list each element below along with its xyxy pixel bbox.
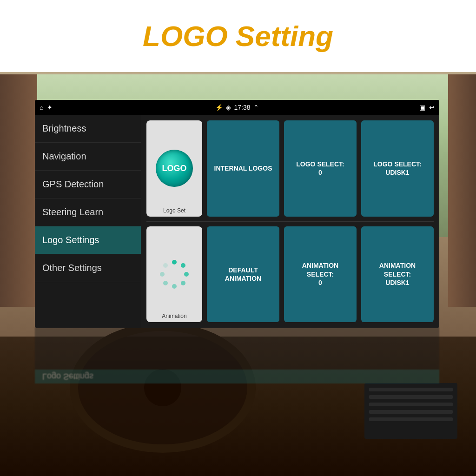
animation-row: Animation DEFAULTANIMATION ANIMATIONSELE… <box>146 226 434 323</box>
page-title: LOGO Setting <box>143 20 333 53</box>
svg-point-7 <box>163 263 168 268</box>
sidebar: Brightness Navigation GPS Detection Stee… <box>35 115 141 328</box>
svg-point-1 <box>181 263 185 268</box>
main-content: Brightness Navigation GPS Detection Stee… <box>35 115 439 328</box>
logo-circle: LOGO <box>156 150 193 187</box>
screen-container: ⌂ ✦ ⚡ ◈ 17:38 ⌃ ▣ ↩ Brightness Navigatio… <box>35 100 439 328</box>
expand-icon: ⌃ <box>253 104 259 111</box>
logo-select-udisk1-button[interactable]: LOGO SELECT:UDISK1 <box>361 120 434 217</box>
internal-logos-button[interactable]: INTERNAL LOGOS <box>207 120 279 217</box>
logo-row: LOGO Logo Set INTERNAL LOGOS LOGO SELECT… <box>146 120 434 217</box>
sidebar-item-brightness[interactable]: Brightness <box>35 115 141 143</box>
vent-line <box>369 388 453 391</box>
usb-icon: ✦ <box>47 104 53 111</box>
sidebar-item-gps-detection[interactable]: GPS Detection <box>35 171 141 198</box>
back-icon[interactable]: ↩ <box>429 104 435 111</box>
sidebar-item-navigation[interactable]: Navigation <box>35 143 141 171</box>
animation-select-0-button[interactable]: ANIMATIONSELECT:0 <box>284 226 357 323</box>
status-left: ⌂ ✦ <box>40 104 215 111</box>
sidebar-item-steering-learn[interactable]: Steering Learn <box>35 198 141 226</box>
air-vent <box>364 383 457 439</box>
home-icon[interactable]: ⌂ <box>40 104 43 111</box>
content-panel: LOGO Logo Set INTERNAL LOGOS LOGO SELECT… <box>141 115 439 328</box>
row-divider <box>146 221 434 222</box>
status-center: ⚡ ◈ 17:38 ⌃ <box>215 104 258 111</box>
sidebar-item-logo-settings[interactable]: Logo Settings <box>35 226 141 254</box>
animation-thumbnail: Animation <box>146 226 202 323</box>
svg-point-4 <box>172 284 177 289</box>
bluetooth-icon: ⚡ <box>215 104 223 111</box>
animation-select-udisk1-button[interactable]: ANIMATIONSELECT:UDISK1 <box>361 226 434 323</box>
pillar-right <box>448 74 476 307</box>
svg-point-3 <box>181 281 185 285</box>
status-bar: ⌂ ✦ ⚡ ◈ 17:38 ⌃ ▣ ↩ <box>35 100 439 115</box>
default-animation-button[interactable]: DEFAULTANIMATION <box>207 226 279 323</box>
animation-label: Animation <box>146 313 202 319</box>
logo-text: LOGO <box>162 164 187 173</box>
vent-line <box>369 410 453 414</box>
vent-line <box>369 417 453 421</box>
status-right: ▣ ↩ <box>259 104 435 111</box>
logo-set-label: Logo Set <box>146 207 202 214</box>
svg-point-6 <box>160 272 165 277</box>
vent-line <box>369 395 453 399</box>
time-display: 17:38 <box>234 104 250 111</box>
window-icon[interactable]: ▣ <box>419 104 425 111</box>
svg-point-0 <box>172 260 177 264</box>
signal-icon: ◈ <box>226 104 231 111</box>
loading-spinner <box>156 256 193 293</box>
title-area: LOGO Setting <box>0 0 476 72</box>
pillar-left <box>0 74 37 307</box>
spinner-svg <box>158 258 191 291</box>
logo-select-0-button[interactable]: LOGO SELECT:0 <box>284 120 357 217</box>
svg-point-5 <box>163 281 168 285</box>
vent-line <box>369 403 453 406</box>
sidebar-item-other-settings[interactable]: Other Settings <box>35 254 141 282</box>
svg-point-2 <box>184 272 189 277</box>
logo-thumbnail: LOGO Logo Set <box>146 120 202 217</box>
screen-reflection: Logo Settings <box>35 328 439 383</box>
